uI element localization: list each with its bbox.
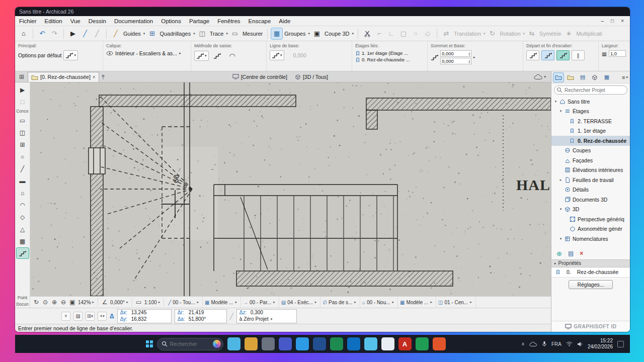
column-tool[interactable]: ○ <box>17 151 29 162</box>
zoom-in-icon[interactable]: ⊕ <box>50 298 59 307</box>
linked-story-top[interactable]: 1. 1er étage (Étage ... <box>362 50 408 56</box>
search-input[interactable] <box>554 85 627 95</box>
tree-item-coupes[interactable]: Coupes <box>551 146 630 156</box>
groupes-label[interactable]: Groupes <box>284 31 305 37</box>
spinner-icon[interactable]: ▴▾ <box>468 59 470 63</box>
chip-caret-icon[interactable]: ▸ <box>470 300 472 304</box>
snap-options-icon[interactable]: ⊞▾ <box>86 312 95 321</box>
tray-chevron-icon[interactable]: ∧ <box>521 341 525 346</box>
chip-caret-icon[interactable]: ▸ <box>197 300 199 304</box>
chip-caret-icon[interactable]: ▸ <box>430 300 432 304</box>
taskbar-clock[interactable]: 15:22 24/02/2026 <box>588 338 613 350</box>
taskbar-app-12[interactable] <box>416 337 429 350</box>
mesurer-label[interactable]: Mesurer <box>243 31 263 37</box>
wifi-icon[interactable] <box>566 341 573 346</box>
scale-icon[interactable]: ▭ <box>134 298 143 307</box>
notification-icon[interactable] <box>617 341 624 347</box>
speaker-icon[interactable] <box>577 341 583 347</box>
dy-value[interactable]: 16,832 <box>131 316 147 322</box>
trace-caret-icon[interactable]: ▾ <box>226 32 228 36</box>
renovation-filter-dropdown[interactable]: ⌂00 - Nou...▸ <box>360 297 398 308</box>
chevron-down-icon[interactable]: ▾ <box>558 237 563 241</box>
chip-caret-icon[interactable]: ▸ <box>315 300 317 304</box>
menu-options[interactable]: Options <box>157 17 185 25</box>
stair-end-riser-button[interactable] <box>556 50 570 60</box>
symetrie-label[interactable]: Symétrie <box>539 31 561 37</box>
tree-item-1-1er-etage[interactable]: 1. 1er étage <box>551 126 630 136</box>
menu-aide[interactable]: Aide <box>275 17 294 25</box>
tree-item-sans-titre[interactable]: ▾Sans titre <box>551 97 630 107</box>
chevron-down-icon[interactable]: ▾ <box>558 207 563 211</box>
tree-item-documents-3d[interactable]: Documents 3D <box>551 195 630 205</box>
taskbar-app-7[interactable] <box>330 337 343 350</box>
zoom-value[interactable]: 142% <box>78 300 91 305</box>
cutaway-3d-icon[interactable]: ▣ <box>311 28 323 39</box>
tab-plan[interactable]: [0. Rez-de-chaussée] × <box>28 72 99 82</box>
stair-tool[interactable] <box>17 248 29 258</box>
settings-button[interactable]: Réglages... <box>569 280 612 289</box>
baseline-offset-button[interactable]: ▾ <box>270 50 284 60</box>
width-input[interactable]: 1,0 <box>609 50 626 57</box>
properties-header[interactable]: ▸ Propriétés <box>551 259 630 267</box>
menu-enscape[interactable]: Enscape <box>245 17 275 25</box>
geometry-method-button[interactable]: ▾ <box>194 51 209 61</box>
taskbar-app-5[interactable] <box>296 337 309 350</box>
coupe-3d-label[interactable]: Coupe 3D <box>325 31 350 37</box>
refresh-icon[interactable]: ↻ <box>32 298 41 307</box>
caret-right-icon[interactable]: ▸ <box>179 51 181 55</box>
dr-value[interactable]: 21,419 <box>189 310 204 316</box>
organizer-icon[interactable]: ▦ <box>602 73 612 82</box>
da-value[interactable]: 51,800° <box>189 316 206 322</box>
stair-end-tread-button[interactable]: ∥ <box>572 50 585 60</box>
stair-straight-icon[interactable] <box>211 50 224 61</box>
cancel-icon[interactable]: × <box>61 312 70 321</box>
taskbar-app-3[interactable] <box>262 337 275 350</box>
teamwork-cloud-icon[interactable] <box>534 74 543 80</box>
tab-3d[interactable]: [3D / Tous] <box>292 72 331 82</box>
tree-item-details[interactable]: Détails <box>551 185 630 195</box>
origin-reference[interactable]: à Zéro Projet <box>239 316 269 322</box>
multiply-icon[interactable]: ∗ <box>563 28 574 39</box>
grid-snap-icon[interactable]: ▨ <box>73 312 83 321</box>
guides-caret-icon[interactable]: ▾ <box>143 32 145 36</box>
orientation-caret-icon[interactable]: ▸ <box>126 300 128 304</box>
onscreen-view-dropdown[interactable]: ◫01 - Cen...▸ <box>436 297 476 308</box>
resize-icon[interactable]: ◇ <box>422 28 433 39</box>
language-indicator[interactable]: FRA <box>551 341 561 347</box>
spinner-icon[interactable]: ▴▾ <box>468 52 470 56</box>
door-tool[interactable]: ◫ <box>17 127 29 138</box>
tree-item-feuilles-de-travail[interactable]: ▸Feuilles de travail <box>551 175 630 185</box>
eye-icon[interactable] <box>106 51 113 56</box>
undo-icon[interactable]: ↶ <box>37 28 48 39</box>
translation-icon[interactable]: ⇄ <box>441 28 452 39</box>
fillet-icon[interactable]: ○ <box>410 28 421 39</box>
taskbar-app-13[interactable] <box>433 337 446 350</box>
plan-canvas[interactable]: HAL 60 <box>30 82 551 296</box>
tree-item-elevations-interieures[interactable]: Élévations intérieures <box>551 165 630 175</box>
taskbar-app-11[interactable]: A <box>398 337 412 350</box>
shell-tool[interactable]: ◠ <box>17 200 29 210</box>
groups-icon[interactable]: ▦ <box>271 28 282 39</box>
guides-label[interactable]: Guides <box>123 31 141 37</box>
mesh-tool[interactable]: ▦ <box>17 236 29 246</box>
chip-caret-icon[interactable]: ▸ <box>235 300 237 304</box>
origin-caret-icon[interactable]: ▾ <box>271 316 273 322</box>
minimize-button[interactable]: – <box>601 18 604 24</box>
menu-fenetres[interactable]: Fenêtres <box>213 17 244 25</box>
pen-set-dropdown[interactable]: ╱00 - Tou...▸ <box>166 297 203 308</box>
translation-label[interactable]: Translation <box>454 31 481 37</box>
publisher-icon[interactable] <box>590 73 600 82</box>
close-button[interactable]: × <box>621 18 624 24</box>
home-icon[interactable]: ⌂ <box>18 28 29 39</box>
chevron-down-icon[interactable]: ▾ <box>553 100 558 104</box>
dz-value[interactable]: 0,300 <box>251 310 263 316</box>
window-tool[interactable]: ⊞ <box>17 139 29 150</box>
navigator-menu-icon[interactable]: ≡▾ <box>622 74 628 80</box>
layer-value[interactable]: Intérieur - Escaliers & as... <box>115 50 177 56</box>
pin-icon[interactable] <box>101 74 106 80</box>
scale-value[interactable]: 1:100 <box>144 300 157 305</box>
caret-right-icon[interactable]: ▸ <box>473 55 475 59</box>
rotation-label[interactable]: Rotation <box>500 31 521 37</box>
tab-centre-controle[interactable]: [Centre de contrôle] <box>229 72 290 82</box>
delete-icon[interactable]: × <box>580 250 583 257</box>
